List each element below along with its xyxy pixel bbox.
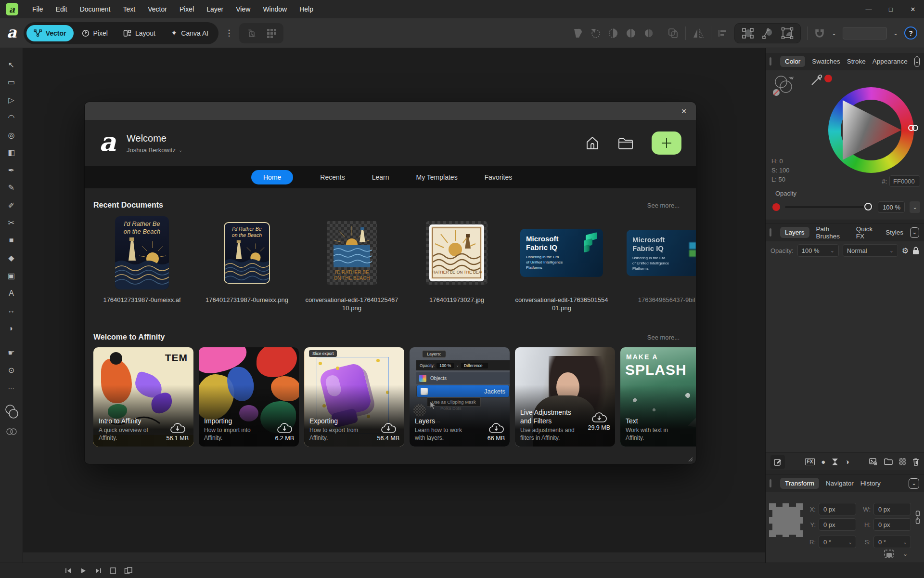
dialog-titlebar[interactable]: ✕ (85, 102, 696, 120)
panel-grip[interactable] (770, 228, 771, 236)
live-filter-icon[interactable]: ◑ (845, 458, 849, 466)
menu-help[interactable]: Help (293, 0, 320, 18)
learn-see-more-link[interactable]: See more... (647, 334, 680, 341)
rectangle-tool[interactable]: ■ (3, 232, 20, 250)
blend-mode-select[interactable]: Normal ⌄ (843, 244, 898, 257)
boolean-divide-icon[interactable] (625, 28, 637, 39)
facing-pages-icon[interactable] (124, 567, 133, 575)
toolbar-overflow-icon[interactable]: ⋮ (225, 28, 233, 38)
persona-canva-ai[interactable]: ✦ Canva AI (164, 25, 216, 41)
link-dimensions-icon[interactable] (915, 511, 921, 524)
minimize-icon[interactable]: — (858, 0, 880, 18)
current-color-swatch[interactable] (772, 203, 780, 211)
help-button[interactable]: ? (904, 26, 917, 39)
tab-learn[interactable]: Learn (372, 173, 389, 181)
recent-doc-tile[interactable]: MicrosoftFabric IQ Ushering in the Eraof… (511, 215, 612, 323)
tab-quick-fx[interactable]: Quick FX (856, 225, 879, 240)
tab-stroke[interactable]: Stroke (847, 58, 866, 65)
recent-doc-tile[interactable]: I'D RATHER BE ON THE BEACH conversationa… (301, 215, 402, 323)
style-transfer-icon[interactable]: A (246, 28, 257, 39)
menu-text[interactable]: Text (117, 0, 142, 18)
tutorial-card-text[interactable]: MAKE A SPLASH Text Work with text in Aff… (620, 347, 696, 447)
menu-view[interactable]: View (230, 0, 257, 18)
move-tool[interactable]: ↖ (3, 56, 20, 74)
transform-mode-icon[interactable] (742, 27, 754, 39)
menu-pixel[interactable]: Pixel (173, 0, 200, 18)
opacity-slider-knob[interactable] (864, 203, 872, 210)
shear-field[interactable]: 0 ° ⌄ (873, 536, 911, 548)
tab-appearance[interactable]: Appearance (873, 58, 908, 65)
hex-input[interactable]: FF0000 (889, 175, 920, 187)
tab-swatches[interactable]: Swatches (812, 58, 840, 65)
tutorial-card-exporting[interactable]: Slice export Exporting How to export fro… (304, 347, 404, 447)
snapping-chevron-icon[interactable]: ⌄ (832, 30, 836, 37)
single-page-icon[interactable] (110, 567, 116, 575)
picture-frame-tool[interactable]: ▣ (3, 267, 20, 285)
preset-chevron-icon[interactable]: ⌄ (893, 30, 898, 37)
measure-tool[interactable]: ↔ (3, 302, 20, 320)
alignment-icon[interactable] (718, 28, 728, 39)
menu-layer[interactable]: Layer (200, 0, 230, 18)
opacity-slider[interactable] (785, 206, 873, 208)
swap-swatches-icon[interactable] (5, 427, 18, 436)
recent-doc-tile[interactable]: I'D RATHER BE ON THE BEACH 1764011973027… (406, 215, 507, 323)
view-hand-tool[interactable]: ☛ (3, 344, 20, 362)
snapping-magnet-icon[interactable] (814, 27, 825, 39)
last-page-icon[interactable] (94, 567, 102, 574)
canvas-scrollbar-strip[interactable] (23, 552, 765, 563)
first-page-icon[interactable] (64, 567, 72, 574)
cloud-download-icon[interactable] (170, 423, 185, 434)
dialog-resize-grip[interactable] (686, 455, 693, 462)
tab-path-brushes[interactable]: Path Brushes (816, 225, 849, 240)
color-picker-eyedropper-icon[interactable] (810, 74, 833, 87)
tab-recents[interactable]: Recents (320, 173, 345, 181)
artboard-tool[interactable]: ▭ (3, 74, 20, 92)
tab-favorites[interactable]: Favorites (485, 173, 513, 181)
boolean-add-icon[interactable] (572, 28, 583, 39)
tab-my-templates[interactable]: My Templates (416, 173, 458, 181)
tab-color[interactable]: Color (780, 56, 805, 67)
tab-navigator[interactable]: Navigator (826, 480, 854, 487)
lock-icon[interactable] (912, 247, 919, 255)
panel-grip[interactable] (770, 479, 771, 487)
boolean-intersect-icon[interactable] (607, 28, 619, 39)
menu-document[interactable]: Document (74, 0, 117, 18)
color-model-toggle-icon[interactable] (772, 74, 797, 97)
edit-layer-button[interactable] (770, 455, 785, 469)
cloud-download-icon[interactable] (591, 412, 607, 423)
adjustment-layer-icon[interactable] (832, 458, 838, 466)
open-file-button[interactable] (618, 136, 633, 150)
persona-pixel[interactable]: Pixel (75, 25, 115, 41)
opacity-dropdown-icon[interactable]: ⌄ (910, 201, 920, 213)
menu-window[interactable]: Window (257, 0, 293, 18)
new-document-button[interactable] (652, 131, 681, 155)
opacity-value[interactable]: 100 % (878, 201, 905, 213)
pattern-grid-icon[interactable] (266, 28, 277, 39)
flip-icon[interactable] (692, 28, 705, 39)
vector-brush-tool[interactable]: ✐ (3, 197, 20, 214)
x-field[interactable]: 0 px (819, 503, 856, 515)
new-mask-icon[interactable] (899, 458, 906, 465)
close-icon[interactable]: ✕ (902, 0, 924, 18)
transform-mode-icon[interactable] (884, 549, 895, 559)
fill-stroke-swatches[interactable] (4, 404, 19, 420)
panel-collapse-icon[interactable]: ⌄ (910, 227, 919, 238)
color-picker-tool[interactable]: ◗ (3, 320, 20, 338)
contour-tool[interactable]: ◎ (3, 126, 20, 144)
add-image-layer-icon[interactable] (869, 458, 878, 466)
boolean-combine-icon[interactable] (643, 28, 654, 39)
pencil-tool[interactable]: ✎ (3, 179, 20, 197)
recent-doc-tile[interactable]: I'd Rather Be on the Beach (91, 215, 192, 323)
fx-button[interactable]: FX (805, 458, 815, 465)
knife-tool[interactable]: ✂ (3, 214, 20, 232)
recent-see-more-link[interactable]: See more... (647, 202, 680, 209)
panel-grip[interactable] (770, 57, 771, 66)
play-icon[interactable] (80, 567, 87, 574)
zoom-tool[interactable]: ⊙ (3, 362, 20, 380)
recent-doc-tile[interactable]: I'd Rather Be on the Beach (196, 215, 297, 323)
menu-vector[interactable]: Vector (141, 0, 173, 18)
frame-mode-icon[interactable] (781, 27, 794, 39)
recent-doc-tile[interactable]: MicrosoftFabric IQ Ushering in the Eraof… (616, 215, 696, 323)
node-tool[interactable]: ▷ (3, 91, 20, 109)
layers-list-empty[interactable] (766, 260, 924, 452)
